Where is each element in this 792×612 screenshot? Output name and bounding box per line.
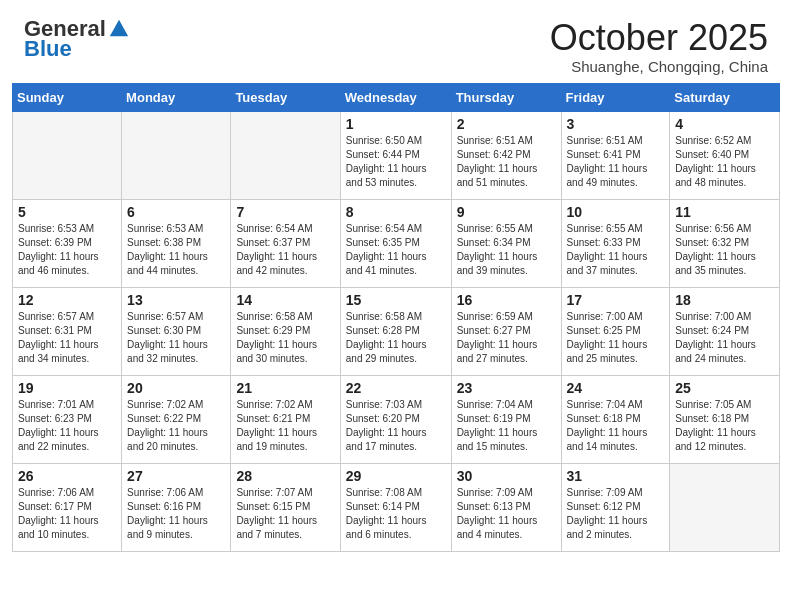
cell-info-text: Sunrise: 7:09 AM Sunset: 6:13 PM Dayligh… bbox=[457, 486, 556, 542]
week-row-3: 12Sunrise: 6:57 AM Sunset: 6:31 PM Dayli… bbox=[13, 287, 780, 375]
month-title: October 2025 bbox=[550, 18, 768, 58]
calendar-cell-5: 5Sunrise: 6:53 AM Sunset: 6:39 PM Daylig… bbox=[13, 199, 122, 287]
calendar-cell-23: 23Sunrise: 7:04 AM Sunset: 6:19 PM Dayli… bbox=[451, 375, 561, 463]
week-row-2: 5Sunrise: 6:53 AM Sunset: 6:39 PM Daylig… bbox=[13, 199, 780, 287]
calendar-cell-26: 26Sunrise: 7:06 AM Sunset: 6:17 PM Dayli… bbox=[13, 463, 122, 551]
cell-day-number: 6 bbox=[127, 204, 225, 220]
calendar-container: SundayMondayTuesdayWednesdayThursdayFrid… bbox=[0, 83, 792, 564]
cell-day-number: 12 bbox=[18, 292, 116, 308]
cell-day-number: 31 bbox=[567, 468, 665, 484]
cell-info-text: Sunrise: 6:55 AM Sunset: 6:33 PM Dayligh… bbox=[567, 222, 665, 278]
cell-info-text: Sunrise: 7:00 AM Sunset: 6:24 PM Dayligh… bbox=[675, 310, 774, 366]
cell-day-number: 5 bbox=[18, 204, 116, 220]
cell-info-text: Sunrise: 6:54 AM Sunset: 6:37 PM Dayligh… bbox=[236, 222, 334, 278]
svg-marker-0 bbox=[110, 20, 128, 37]
calendar-cell-21: 21Sunrise: 7:02 AM Sunset: 6:21 PM Dayli… bbox=[231, 375, 340, 463]
cell-day-number: 19 bbox=[18, 380, 116, 396]
cell-info-text: Sunrise: 6:51 AM Sunset: 6:42 PM Dayligh… bbox=[457, 134, 556, 190]
calendar-header: SundayMondayTuesdayWednesdayThursdayFrid… bbox=[13, 83, 780, 111]
cell-info-text: Sunrise: 7:02 AM Sunset: 6:22 PM Dayligh… bbox=[127, 398, 225, 454]
cell-day-number: 28 bbox=[236, 468, 334, 484]
week-row-1: 1Sunrise: 6:50 AM Sunset: 6:44 PM Daylig… bbox=[13, 111, 780, 199]
cell-day-number: 23 bbox=[457, 380, 556, 396]
calendar-cell-6: 6Sunrise: 6:53 AM Sunset: 6:38 PM Daylig… bbox=[122, 199, 231, 287]
cell-day-number: 30 bbox=[457, 468, 556, 484]
calendar-body: 1Sunrise: 6:50 AM Sunset: 6:44 PM Daylig… bbox=[13, 111, 780, 551]
calendar-cell-empty bbox=[122, 111, 231, 199]
cell-info-text: Sunrise: 7:04 AM Sunset: 6:19 PM Dayligh… bbox=[457, 398, 556, 454]
cell-day-number: 17 bbox=[567, 292, 665, 308]
cell-info-text: Sunrise: 7:09 AM Sunset: 6:12 PM Dayligh… bbox=[567, 486, 665, 542]
cell-day-number: 11 bbox=[675, 204, 774, 220]
cell-info-text: Sunrise: 6:50 AM Sunset: 6:44 PM Dayligh… bbox=[346, 134, 446, 190]
cell-info-text: Sunrise: 7:05 AM Sunset: 6:18 PM Dayligh… bbox=[675, 398, 774, 454]
cell-day-number: 20 bbox=[127, 380, 225, 396]
cell-day-number: 10 bbox=[567, 204, 665, 220]
cell-info-text: Sunrise: 6:55 AM Sunset: 6:34 PM Dayligh… bbox=[457, 222, 556, 278]
calendar-cell-12: 12Sunrise: 6:57 AM Sunset: 6:31 PM Dayli… bbox=[13, 287, 122, 375]
cell-day-number: 1 bbox=[346, 116, 446, 132]
cell-info-text: Sunrise: 6:57 AM Sunset: 6:30 PM Dayligh… bbox=[127, 310, 225, 366]
cell-info-text: Sunrise: 6:53 AM Sunset: 6:38 PM Dayligh… bbox=[127, 222, 225, 278]
cell-day-number: 18 bbox=[675, 292, 774, 308]
cell-info-text: Sunrise: 6:51 AM Sunset: 6:41 PM Dayligh… bbox=[567, 134, 665, 190]
calendar-cell-14: 14Sunrise: 6:58 AM Sunset: 6:29 PM Dayli… bbox=[231, 287, 340, 375]
calendar-cell-27: 27Sunrise: 7:06 AM Sunset: 6:16 PM Dayli… bbox=[122, 463, 231, 551]
calendar-cell-22: 22Sunrise: 7:03 AM Sunset: 6:20 PM Dayli… bbox=[340, 375, 451, 463]
cell-day-number: 13 bbox=[127, 292, 225, 308]
day-header-thursday: Thursday bbox=[451, 83, 561, 111]
cell-day-number: 21 bbox=[236, 380, 334, 396]
calendar-cell-25: 25Sunrise: 7:05 AM Sunset: 6:18 PM Dayli… bbox=[670, 375, 780, 463]
calendar-cell-11: 11Sunrise: 6:56 AM Sunset: 6:32 PM Dayli… bbox=[670, 199, 780, 287]
cell-day-number: 8 bbox=[346, 204, 446, 220]
calendar-cell-4: 4Sunrise: 6:52 AM Sunset: 6:40 PM Daylig… bbox=[670, 111, 780, 199]
calendar-cell-30: 30Sunrise: 7:09 AM Sunset: 6:13 PM Dayli… bbox=[451, 463, 561, 551]
cell-info-text: Sunrise: 7:03 AM Sunset: 6:20 PM Dayligh… bbox=[346, 398, 446, 454]
calendar-cell-15: 15Sunrise: 6:58 AM Sunset: 6:28 PM Dayli… bbox=[340, 287, 451, 375]
calendar-cell-empty bbox=[231, 111, 340, 199]
calendar-cell-7: 7Sunrise: 6:54 AM Sunset: 6:37 PM Daylig… bbox=[231, 199, 340, 287]
week-row-4: 19Sunrise: 7:01 AM Sunset: 6:23 PM Dayli… bbox=[13, 375, 780, 463]
cell-day-number: 29 bbox=[346, 468, 446, 484]
cell-day-number: 4 bbox=[675, 116, 774, 132]
cell-day-number: 9 bbox=[457, 204, 556, 220]
cell-day-number: 22 bbox=[346, 380, 446, 396]
calendar-cell-3: 3Sunrise: 6:51 AM Sunset: 6:41 PM Daylig… bbox=[561, 111, 670, 199]
day-header-row: SundayMondayTuesdayWednesdayThursdayFrid… bbox=[13, 83, 780, 111]
calendar-cell-24: 24Sunrise: 7:04 AM Sunset: 6:18 PM Dayli… bbox=[561, 375, 670, 463]
calendar-cell-17: 17Sunrise: 7:00 AM Sunset: 6:25 PM Dayli… bbox=[561, 287, 670, 375]
cell-day-number: 15 bbox=[346, 292, 446, 308]
cell-info-text: Sunrise: 7:08 AM Sunset: 6:14 PM Dayligh… bbox=[346, 486, 446, 542]
day-header-saturday: Saturday bbox=[670, 83, 780, 111]
day-header-monday: Monday bbox=[122, 83, 231, 111]
cell-day-number: 25 bbox=[675, 380, 774, 396]
week-row-5: 26Sunrise: 7:06 AM Sunset: 6:17 PM Dayli… bbox=[13, 463, 780, 551]
calendar-table: SundayMondayTuesdayWednesdayThursdayFrid… bbox=[12, 83, 780, 552]
calendar-cell-19: 19Sunrise: 7:01 AM Sunset: 6:23 PM Dayli… bbox=[13, 375, 122, 463]
calendar-cell-31: 31Sunrise: 7:09 AM Sunset: 6:12 PM Dayli… bbox=[561, 463, 670, 551]
cell-info-text: Sunrise: 7:00 AM Sunset: 6:25 PM Dayligh… bbox=[567, 310, 665, 366]
calendar-cell-29: 29Sunrise: 7:08 AM Sunset: 6:14 PM Dayli… bbox=[340, 463, 451, 551]
location-subtitle: Shuanghe, Chongqing, China bbox=[550, 58, 768, 75]
logo: General Blue bbox=[24, 18, 130, 62]
cell-info-text: Sunrise: 7:01 AM Sunset: 6:23 PM Dayligh… bbox=[18, 398, 116, 454]
cell-info-text: Sunrise: 7:04 AM Sunset: 6:18 PM Dayligh… bbox=[567, 398, 665, 454]
cell-day-number: 14 bbox=[236, 292, 334, 308]
cell-info-text: Sunrise: 6:57 AM Sunset: 6:31 PM Dayligh… bbox=[18, 310, 116, 366]
title-block: October 2025 Shuanghe, Chongqing, China bbox=[550, 18, 768, 75]
calendar-cell-28: 28Sunrise: 7:07 AM Sunset: 6:15 PM Dayli… bbox=[231, 463, 340, 551]
cell-day-number: 27 bbox=[127, 468, 225, 484]
calendar-cell-9: 9Sunrise: 6:55 AM Sunset: 6:34 PM Daylig… bbox=[451, 199, 561, 287]
cell-day-number: 26 bbox=[18, 468, 116, 484]
cell-day-number: 2 bbox=[457, 116, 556, 132]
cell-info-text: Sunrise: 7:02 AM Sunset: 6:21 PM Dayligh… bbox=[236, 398, 334, 454]
calendar-cell-16: 16Sunrise: 6:59 AM Sunset: 6:27 PM Dayli… bbox=[451, 287, 561, 375]
cell-info-text: Sunrise: 7:06 AM Sunset: 6:17 PM Dayligh… bbox=[18, 486, 116, 542]
logo-icon bbox=[108, 18, 130, 40]
calendar-cell-18: 18Sunrise: 7:00 AM Sunset: 6:24 PM Dayli… bbox=[670, 287, 780, 375]
cell-info-text: Sunrise: 6:58 AM Sunset: 6:28 PM Dayligh… bbox=[346, 310, 446, 366]
cell-info-text: Sunrise: 6:54 AM Sunset: 6:35 PM Dayligh… bbox=[346, 222, 446, 278]
calendar-cell-1: 1Sunrise: 6:50 AM Sunset: 6:44 PM Daylig… bbox=[340, 111, 451, 199]
cell-info-text: Sunrise: 6:53 AM Sunset: 6:39 PM Dayligh… bbox=[18, 222, 116, 278]
calendar-cell-empty bbox=[670, 463, 780, 551]
